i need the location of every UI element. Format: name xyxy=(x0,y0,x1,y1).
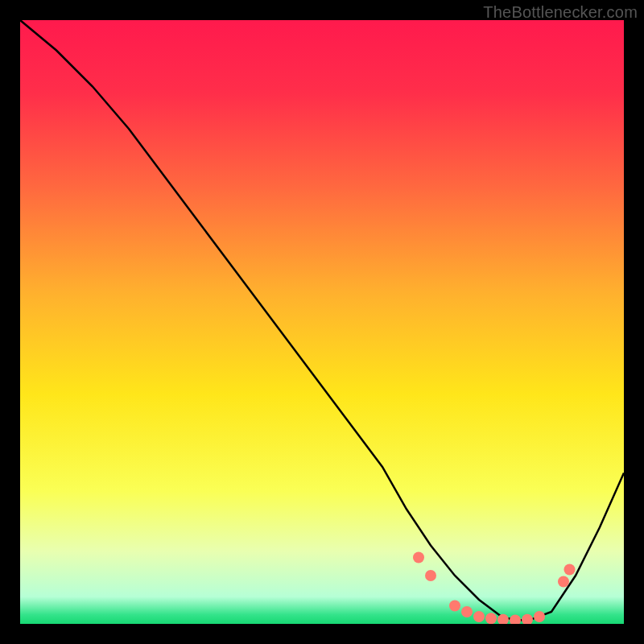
marker-point xyxy=(425,570,436,581)
marker-point xyxy=(558,576,569,588)
marker-point xyxy=(413,552,424,564)
chart-background xyxy=(20,20,624,624)
marker-point xyxy=(449,601,460,612)
chart-frame xyxy=(20,20,624,624)
bottleneck-chart xyxy=(20,20,624,624)
marker-point xyxy=(461,606,473,617)
attribution-text: TheBottlenecker.com xyxy=(483,3,638,22)
marker-point xyxy=(564,564,576,576)
marker-point xyxy=(485,613,497,624)
marker-point xyxy=(534,611,545,622)
marker-point xyxy=(473,611,485,622)
